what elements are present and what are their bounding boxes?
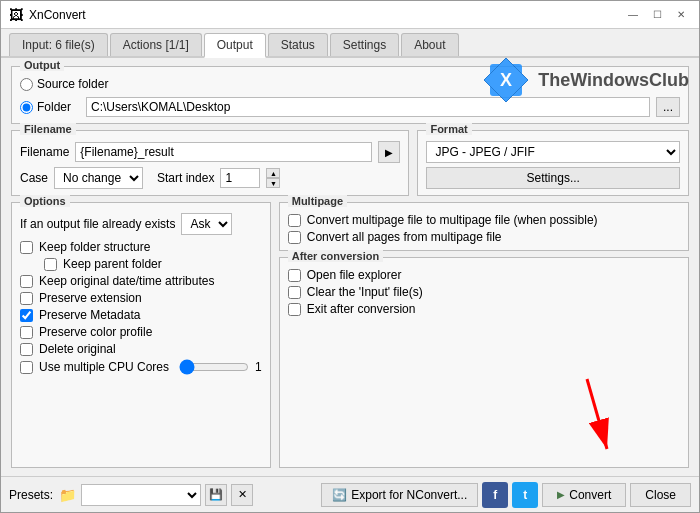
maximize-button[interactable]: ☐: [647, 7, 667, 23]
presets-label: Presets:: [9, 488, 53, 502]
svg-text:X: X: [500, 70, 512, 90]
minimize-button[interactable]: —: [623, 7, 643, 23]
presets-folder-button[interactable]: 📁: [57, 485, 77, 505]
keep-datetime-checkbox[interactable]: [20, 275, 33, 288]
twitter-button[interactable]: t: [512, 482, 538, 508]
preserve-extension-checkbox[interactable]: [20, 292, 33, 305]
file-exists-label: If an output file already exists: [20, 217, 175, 231]
start-index-label: Start index: [157, 171, 214, 185]
tab-actions[interactable]: Actions [1/1]: [110, 33, 202, 56]
preserve-metadata-label: Preserve Metadata: [39, 308, 140, 322]
after-conversion-section-title: After conversion: [288, 250, 383, 262]
exit-after-conversion-label: Exit after conversion: [307, 302, 416, 316]
preset-delete-button[interactable]: ✕: [231, 484, 253, 506]
logo-area: X TheWindowsClub: [482, 56, 689, 104]
app-icon: 🖼: [9, 7, 23, 23]
exit-after-conversion-checkbox[interactable]: [288, 303, 301, 316]
preserve-color-profile-label: Preserve color profile: [39, 325, 152, 339]
filename-preview-button[interactable]: ▶: [378, 141, 400, 163]
case-label: Case: [20, 171, 48, 185]
tab-input[interactable]: Input: 6 file(s): [9, 33, 108, 56]
export-button[interactable]: 🔄 Export for NConvert...: [321, 483, 478, 507]
bottom-bar: Presets: 📁 💾 ✕ 🔄 Export for NConvert... …: [1, 476, 699, 512]
source-folder-radio[interactable]: [20, 78, 33, 91]
window-title: XnConvert: [29, 8, 86, 22]
open-file-explorer-label: Open file explorer: [307, 268, 402, 282]
convert-all-pages-checkbox[interactable]: [288, 231, 301, 244]
convert-button[interactable]: Convert: [542, 483, 626, 507]
delete-original-checkbox[interactable]: [20, 343, 33, 356]
keep-parent-folder-checkbox[interactable]: [44, 258, 57, 271]
keep-folder-structure-label: Keep folder structure: [39, 240, 150, 254]
format-select[interactable]: JPG - JPEG / JFIF: [426, 141, 680, 163]
folder-radio-label[interactable]: Folder: [20, 100, 80, 114]
format-settings-button[interactable]: Settings...: [426, 167, 680, 189]
case-select[interactable]: No change: [54, 167, 143, 189]
start-index-input[interactable]: [220, 168, 260, 188]
keep-parent-folder-label: Keep parent folder: [63, 257, 162, 271]
options-section-title: Options: [20, 195, 70, 207]
use-multiple-cpu-checkbox[interactable]: [20, 361, 33, 374]
source-folder-radio-label[interactable]: Source folder: [20, 77, 108, 91]
use-multiple-cpu-label: Use multiple CPU Cores: [39, 360, 169, 374]
open-file-explorer-checkbox[interactable]: [288, 269, 301, 282]
logo-text: TheWindowsClub: [538, 70, 689, 91]
convert-multipage-checkbox[interactable]: [288, 214, 301, 227]
tab-about[interactable]: About: [401, 33, 458, 56]
keep-folder-structure-checkbox[interactable]: [20, 241, 33, 254]
filename-label: Filename: [20, 145, 69, 159]
titlebar: 🖼 XnConvert — ☐ ✕: [1, 1, 699, 29]
filename-input[interactable]: [75, 142, 372, 162]
filename-section-title: Filename: [20, 123, 76, 135]
tab-output[interactable]: Output: [204, 33, 266, 58]
export-icon: 🔄: [332, 488, 347, 502]
file-exists-select[interactable]: Ask: [181, 213, 232, 235]
preserve-extension-label: Preserve extension: [39, 291, 142, 305]
convert-all-pages-label: Convert all pages from multipage file: [307, 230, 502, 244]
start-index-up[interactable]: ▲: [266, 168, 280, 178]
close-button[interactable]: Close: [630, 483, 691, 507]
presets-dropdown[interactable]: [81, 484, 201, 506]
clear-input-files-label: Clear the 'Input' file(s): [307, 285, 423, 299]
folder-radio[interactable]: [20, 101, 33, 114]
logo-diamond-icon: X: [482, 56, 530, 104]
preserve-color-profile-checkbox[interactable]: [20, 326, 33, 339]
start-index-down[interactable]: ▼: [266, 178, 280, 188]
preset-save-button[interactable]: 💾: [205, 484, 227, 506]
window-close-button[interactable]: ✕: [671, 7, 691, 23]
tab-bar: Input: 6 file(s) Actions [1/1] Output St…: [1, 29, 699, 58]
tab-status[interactable]: Status: [268, 33, 328, 56]
convert-multipage-label: Convert multipage file to multipage file…: [307, 213, 598, 227]
preserve-metadata-checkbox[interactable]: [20, 309, 33, 322]
cpu-cores-slider[interactable]: [179, 359, 249, 375]
tab-settings[interactable]: Settings: [330, 33, 399, 56]
multipage-section-title: Multipage: [288, 195, 347, 207]
output-section-title: Output: [20, 59, 64, 71]
facebook-button[interactable]: f: [482, 482, 508, 508]
delete-original-label: Delete original: [39, 342, 116, 356]
clear-input-files-checkbox[interactable]: [288, 286, 301, 299]
format-section-title: Format: [426, 123, 471, 135]
cpu-cores-value: 1: [255, 360, 262, 374]
keep-datetime-label: Keep original date/time attributes: [39, 274, 214, 288]
